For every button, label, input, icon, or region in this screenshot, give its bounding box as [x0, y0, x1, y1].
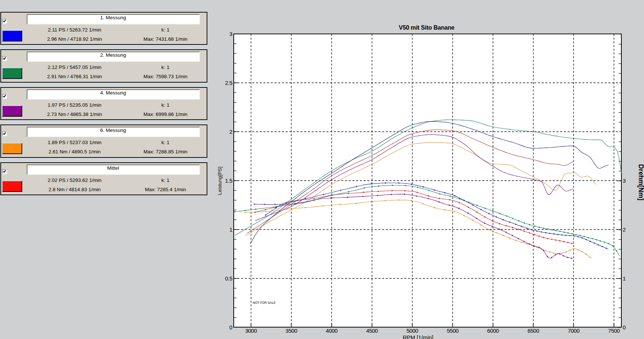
svg-text:0: 0 — [229, 324, 232, 330]
svg-text:4500: 4500 — [366, 328, 378, 334]
svg-text:1.5: 1.5 — [225, 177, 233, 184]
svg-text:3000: 3000 — [245, 328, 257, 334]
svg-text:2: 2 — [623, 226, 626, 233]
svg-text:0: 0 — [623, 324, 626, 330]
svg-text:7500: 7500 — [608, 328, 620, 334]
svg-text:6000: 6000 — [487, 328, 499, 334]
svg-text:1: 1 — [229, 226, 232, 233]
svg-text:Leistung[PS]: Leistung[PS] — [217, 167, 223, 195]
svg-text:NOT FOR SALE: NOT FOR SALE — [253, 301, 276, 305]
svg-text:1: 1 — [623, 275, 626, 282]
svg-text:6500: 6500 — [528, 328, 539, 334]
svg-text:2: 2 — [229, 129, 232, 135]
svg-text:5500: 5500 — [447, 328, 459, 334]
svg-text:7000: 7000 — [568, 328, 580, 334]
svg-text:RPM [1/min]: RPM [1/min] — [403, 334, 434, 339]
svg-text:4000: 4000 — [326, 328, 338, 334]
svg-text:3: 3 — [623, 177, 626, 184]
svg-text:Drehm[Nm]: Drehm[Nm] — [637, 164, 644, 200]
svg-text:0.5: 0.5 — [225, 275, 233, 282]
svg-text:3500: 3500 — [286, 328, 298, 334]
svg-text:5000: 5000 — [407, 328, 418, 334]
svg-text:2.5: 2.5 — [225, 80, 233, 86]
svg-text:V50 mit Sito Banane: V50 mit Sito Banane — [399, 24, 454, 31]
svg-text:3: 3 — [229, 31, 232, 37]
